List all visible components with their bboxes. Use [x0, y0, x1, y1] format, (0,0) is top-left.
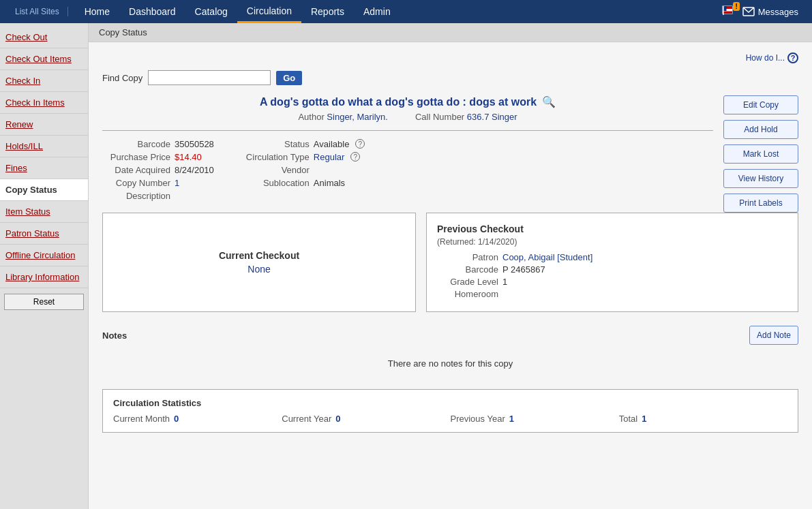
copy-details: Barcode 35050528 Purchase Price $14.40 D… [102, 139, 713, 201]
nav-admin[interactable]: Admin [354, 0, 400, 23]
mark-lost-button[interactable]: Mark Lost [723, 144, 798, 164]
prev-patron-label: Patron [437, 252, 498, 262]
stat-total-value: 1 [642, 414, 646, 424]
prev-barcode-row: Barcode P 2465867 [437, 264, 787, 275]
vendor-label: Vendor [241, 165, 310, 175]
sidebar-item-holds-ill[interactable]: Holds/ILL [0, 136, 88, 157]
breadcrumb: Copy Status [89, 23, 812, 42]
stat-current-month-label: Current Month [113, 414, 170, 424]
find-copy-label: Find Copy [102, 73, 142, 83]
nav-circulation[interactable]: Circulation [237, 0, 301, 23]
status-label: Status [241, 139, 310, 149]
copy-details-right: Status Available ? Circulation Type Regu… [241, 139, 365, 201]
purchase-price-label: Purchase Price [102, 152, 170, 162]
stats-row: Current Month 0 Current Year 0 Previous … [113, 414, 787, 424]
main-content: Copy Status How do I... ? Find Copy Go [89, 23, 812, 509]
nav-dashboard[interactable]: Dashboard [119, 0, 185, 23]
sidebar: Check Out Check Out Items Check In Check… [0, 23, 89, 509]
stat-previous-year-label: Previous Year [451, 414, 505, 424]
stat-current-year: Current Year 0 [282, 414, 450, 424]
sidebar-item-fines[interactable]: Fines [0, 157, 88, 179]
nav-items: Home Dashboard Catalog Circulation Repor… [68, 0, 805, 23]
search-book-icon[interactable]: 🔍 [542, 95, 556, 108]
copy-info-main: A dog's gotta do what a dog's gotta do :… [102, 95, 713, 213]
flag-icon[interactable]: ! [722, 5, 737, 18]
date-acquired-row: Date Acquired 8/24/2010 [102, 165, 214, 175]
sidebar-item-renew[interactable]: Renew [0, 114, 88, 136]
stat-current-year-label: Current Year [282, 414, 331, 424]
top-navigation: List All Sites Home Dashboard Catalog Ci… [0, 0, 812, 23]
sidebar-item-item-status[interactable]: Item Status [0, 201, 88, 223]
prev-patron-row: Patron Coop, Abigail [Student] [437, 252, 787, 262]
reset-button[interactable]: Reset [4, 294, 83, 310]
circulation-type-info-icon[interactable]: ? [350, 152, 360, 161]
sidebar-item-checkin-items[interactable]: Check In Items [0, 92, 88, 114]
current-checkout-title: Current Checkout [219, 250, 299, 261]
circulation-type-label: Circulation Type [241, 152, 310, 162]
notes-section: Notes Add Note There are no notes for th… [102, 326, 798, 375]
flag-badge: ! [733, 2, 739, 11]
find-copy-input[interactable] [148, 70, 271, 85]
add-hold-button[interactable]: Add Hold [723, 120, 798, 139]
status-row: Status Available ? [241, 139, 365, 149]
sidebar-item-library-info[interactable]: Library Information [0, 266, 88, 288]
prev-grade-value: 1 [502, 277, 507, 287]
how-do-i-link[interactable]: How do I... ? [102, 52, 798, 63]
nav-home[interactable]: Home [75, 0, 119, 23]
sidebar-item-checkout[interactable]: Check Out [0, 27, 88, 48]
previous-checkout-subtitle: (Returned: 1/14/2020) [437, 237, 787, 247]
prev-patron-value: Coop, Abigail [Student] [502, 252, 592, 262]
purchase-price-value: $14.40 [175, 152, 202, 162]
sublocation-row: Sublocation Animals [241, 178, 365, 188]
find-copy-row: Find Copy Go [102, 70, 798, 85]
stats-title: Circulation Statistics [113, 398, 787, 408]
stat-current-month: Current Month 0 [113, 414, 282, 424]
author-value: Singer, Marilyn. [327, 112, 388, 122]
nav-reports[interactable]: Reports [301, 0, 354, 23]
stat-total-label: Total [619, 414, 637, 424]
list-all-sites-link[interactable]: List All Sites [7, 7, 68, 16]
author-group: Author Singer, Marilyn. [298, 112, 388, 122]
go-button[interactable]: Go [276, 71, 302, 85]
add-note-button[interactable]: Add Note [749, 326, 798, 345]
barcode-row: Barcode 35050528 [102, 139, 214, 149]
edit-copy-button[interactable]: Edit Copy [723, 95, 798, 114]
copy-number-label: Copy Number [102, 178, 170, 188]
stat-total: Total 1 [619, 414, 787, 424]
stat-previous-year-value: 1 [509, 414, 514, 424]
checkout-row: Current Checkout None Previous Checkout … [102, 213, 798, 312]
previous-checkout-title: Previous Checkout [437, 223, 787, 234]
svg-rect-3 [723, 12, 732, 14]
sidebar-item-patron-status[interactable]: Patron Status [0, 223, 88, 245]
content-area: How do I... ? Find Copy Go A dog's gotta… [89, 42, 812, 443]
nav-catalog[interactable]: Catalog [185, 0, 237, 23]
sidebar-item-copy-status[interactable]: Copy Status [0, 179, 88, 201]
stats-section: Circulation Statistics Current Month 0 C… [102, 389, 798, 433]
sidebar-item-checkin[interactable]: Check In [0, 70, 88, 92]
copy-details-left: Barcode 35050528 Purchase Price $14.40 D… [102, 139, 214, 201]
barcode-label: Barcode [102, 139, 170, 149]
view-history-button[interactable]: View History [723, 169, 798, 188]
date-acquired-label: Date Acquired [102, 165, 170, 175]
divider [102, 130, 713, 131]
vendor-row: Vendor [241, 165, 365, 175]
circulation-type-row: Circulation Type Regular ? [241, 152, 365, 162]
prev-grade-row: Grade Level 1 [437, 277, 787, 287]
sidebar-item-checkout-items[interactable]: Check Out Items [0, 48, 88, 70]
prev-homeroom-label: Homeroom [437, 289, 498, 299]
callnum-group: Call Number 636.7 Singer [415, 112, 517, 122]
prev-homeroom-row: Homeroom [437, 289, 787, 299]
copy-number-row: Copy Number 1 [102, 178, 214, 188]
stat-current-month-value: 0 [174, 414, 179, 424]
barcode-value: 35050528 [175, 139, 214, 149]
prev-grade-label: Grade Level [437, 277, 498, 287]
purchase-price-row: Purchase Price $14.40 [102, 152, 214, 162]
page-container: Check Out Check Out Items Check In Check… [0, 23, 812, 509]
prev-barcode-value: P 2465867 [502, 264, 545, 275]
status-info-icon[interactable]: ? [355, 139, 365, 149]
print-labels-button[interactable]: Print Labels [723, 194, 798, 213]
sidebar-item-offline-circ[interactable]: Offline Circulation [0, 245, 88, 266]
sublocation-value: Animals [314, 178, 345, 188]
current-checkout-box: Current Checkout None [102, 213, 416, 312]
messages-button[interactable]: Messages [742, 7, 798, 17]
